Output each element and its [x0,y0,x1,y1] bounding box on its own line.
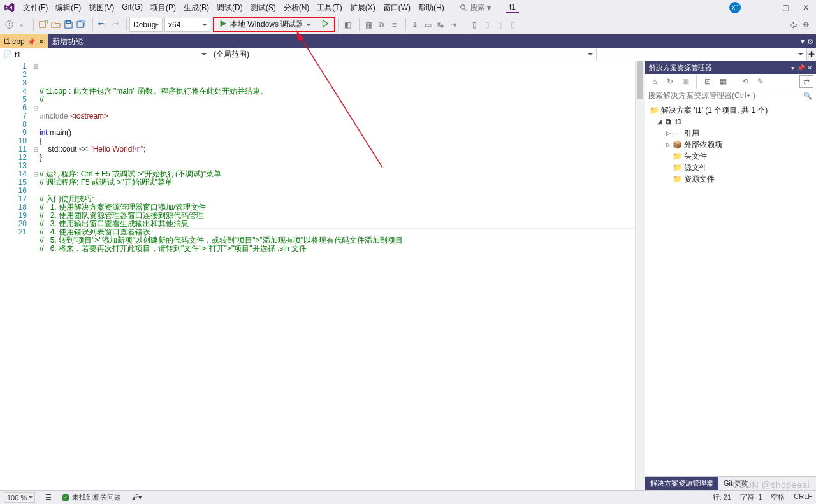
document-tab[interactable]: 新增功能 [48,34,87,48]
member-combo[interactable]: (全局范围) [210,48,597,61]
menu-Git(G)[interactable]: Git(G) [118,1,147,15]
tree-node[interactable]: 📁源文件 [645,162,816,173]
se-btn-5[interactable]: ▦ [716,75,730,88]
se-switch-view-button[interactable]: ⇄ [799,75,813,88]
toolbar: ▸ Debug x64 本地 Windows 调试器 ◧ ▦ ⧉ ≡ ↧ [0,15,816,34]
tree-solution-node[interactable]: 📁解决方案 't1' (1 个项目, 共 1 个) [645,104,816,116]
svg-rect-3 [39,22,45,27]
menu-窗口(W)[interactable]: 窗口(W) [379,1,414,15]
status-crlf[interactable]: CRLF [794,493,812,502]
menu-工具(T)[interactable]: 工具(T) [313,1,346,15]
status-bar: 100 % ☰ ✓未找到相关问题 🖌▾ 行: 21 字符: 1 空格 CRLF [0,490,816,504]
function-combo[interactable] [597,48,807,61]
search-box[interactable]: 搜索 ▾ [460,3,491,13]
save-all-button[interactable] [75,18,87,32]
tb-icon-8[interactable]: ⇥ [447,18,460,32]
tb-icon-5[interactable]: ↧ [409,18,421,32]
maximize-button[interactable]: ▢ [775,0,796,15]
save-button[interactable] [62,18,75,32]
minimize-button[interactable]: ─ [755,0,775,15]
brush-button[interactable]: 🖌▾ [131,493,142,501]
side-tab-solution[interactable]: 解决方案资源管理器 [645,477,718,490]
tab-tools: ▾ ⚙ [801,34,816,48]
account-avatar[interactable]: XJ [729,2,741,13]
document-tab[interactable]: t1.cpp📌✕ [0,34,48,48]
panel-close-icon[interactable]: ✕ [807,64,812,71]
open-file-button[interactable] [49,18,62,32]
new-project-button[interactable] [36,18,49,32]
status-char[interactable]: 字符: 1 [740,493,762,502]
menu-帮助(H)[interactable]: 帮助(H) [414,1,448,15]
editor-scrollbar[interactable] [635,61,645,490]
svg-point-2 [5,21,12,28]
menu-文件(F)[interactable]: 文件(F) [19,1,52,15]
redo-button[interactable] [108,18,121,32]
issues-status[interactable]: ✓未找到相关问题 [62,493,121,502]
tb-icon-9[interactable]: ▯ [468,18,481,32]
solution-explorer-panel: 解决方案资源管理器 ▾📌✕ ⌂ ↻ ▣ ⊞ ▦ ⟲ ✎ ⇄ 搜索解决方案资源管理… [645,61,816,490]
svg-point-0 [460,4,465,9]
status-line[interactable]: 行: 21 [713,493,731,502]
tree-node[interactable]: 📁资源文件 [645,173,816,185]
tb-icon-10[interactable]: ▯ [481,18,493,32]
errors-button[interactable]: ☰ [45,493,52,501]
undo-button[interactable] [96,18,108,32]
solution-tree[interactable]: 📁解决方案 't1' (1 个项目, 共 1 个) ◢⧉t1 ▷▫引用▷📦外部依… [645,103,816,476]
panel-pin-icon[interactable]: 📌 [797,64,805,71]
code-area[interactable]: // t1.cpp : 此文件包含 "main" 函数。程序执行将在此处开始并结… [40,61,635,490]
menu-视图(V)[interactable]: 视图(V) [85,1,118,15]
solution-explorer-header[interactable]: 解决方案资源管理器 ▾📌✕ [645,61,816,74]
solution-name-tag[interactable]: t1 [506,2,519,13]
feedback-button[interactable]: ☸ [799,18,812,32]
start-without-debugging-button[interactable] [317,18,333,32]
se-btn-2[interactable]: ↻ [663,75,677,88]
split-button[interactable]: ✚ [807,48,816,61]
live-share-button[interactable] [787,18,799,32]
close-button[interactable]: ✕ [796,0,816,15]
watermark: CSDN @shopeeai [732,480,810,490]
menu-调试(D)[interactable]: 调试(D) [213,1,247,15]
menu-测试(S)[interactable]: 测试(S) [247,1,280,15]
code-editor[interactable]: 123456789101112131415161718192021 ⊟⊟⊟⊟ /… [0,61,645,490]
tb-icon-11[interactable]: ▯ [493,18,506,32]
status-ok-icon: ✓ [62,494,69,501]
se-home-button[interactable]: ⌂ [648,75,662,88]
se-btn-3[interactable]: ▣ [678,75,692,88]
zoom-combo[interactable]: 100 % [4,492,35,503]
tb-icon-6[interactable]: ▭ [421,18,434,32]
start-debugging-button[interactable]: 本地 Windows 调试器 [215,18,314,32]
status-indent[interactable]: 空格 [771,493,785,502]
tree-node[interactable]: 📁头文件 [645,150,816,162]
tb-icon-7[interactable]: ↹ [434,18,447,32]
tb-icon-4[interactable]: ≡ [388,18,400,32]
tree-project-node[interactable]: ◢⧉t1 [645,116,816,127]
menu-项目(P)[interactable]: 项目(P) [147,1,180,15]
tree-node[interactable]: ▷▫引用 [645,127,816,139]
scope-combo[interactable]: 📄 t1 [0,48,210,61]
solution-toolbar: ⌂ ↻ ▣ ⊞ ▦ ⟲ ✎ ⇄ [645,74,816,89]
search-icon [460,4,468,12]
se-btn-4[interactable]: ⊞ [701,75,715,88]
se-btn-6[interactable]: ⟲ [738,75,752,88]
fold-gutter[interactable]: ⊟⊟⊟⊟ [32,61,40,490]
debugger-highlight-box: 本地 Windows 调试器 [213,17,335,32]
tb-icon-1[interactable]: ◧ [341,18,354,32]
tb-icon-3[interactable]: ⧉ [375,18,388,32]
platform-combo[interactable]: x64 [164,18,210,32]
tb-icon-12[interactable]: ▯ [506,18,519,32]
tb-icon-2[interactable]: ▦ [362,18,375,32]
menu-生成(B)[interactable]: 生成(B) [180,1,213,15]
solution-search[interactable]: 搜索解决方案资源管理器(Ctrl+;) [645,89,816,103]
config-combo[interactable]: Debug [129,18,163,32]
menu-扩展(X)[interactable]: 扩展(X) [346,1,379,15]
tree-node[interactable]: ▷📦外部依赖项 [645,139,816,150]
tab-dropdown-button[interactable]: ▾ [801,37,805,46]
nav-forward-button[interactable]: ▸ [15,18,28,32]
menu-编辑(E)[interactable]: 编辑(E) [52,1,85,15]
panel-dropdown-icon[interactable]: ▾ [791,64,794,71]
nav-back-button[interactable] [3,18,15,32]
tab-settings-button[interactable]: ⚙ [807,38,813,46]
menu-分析(N)[interactable]: 分析(N) [280,1,314,15]
expander-icon[interactable]: ◢ [655,119,663,125]
se-btn-7[interactable]: ✎ [754,75,768,88]
